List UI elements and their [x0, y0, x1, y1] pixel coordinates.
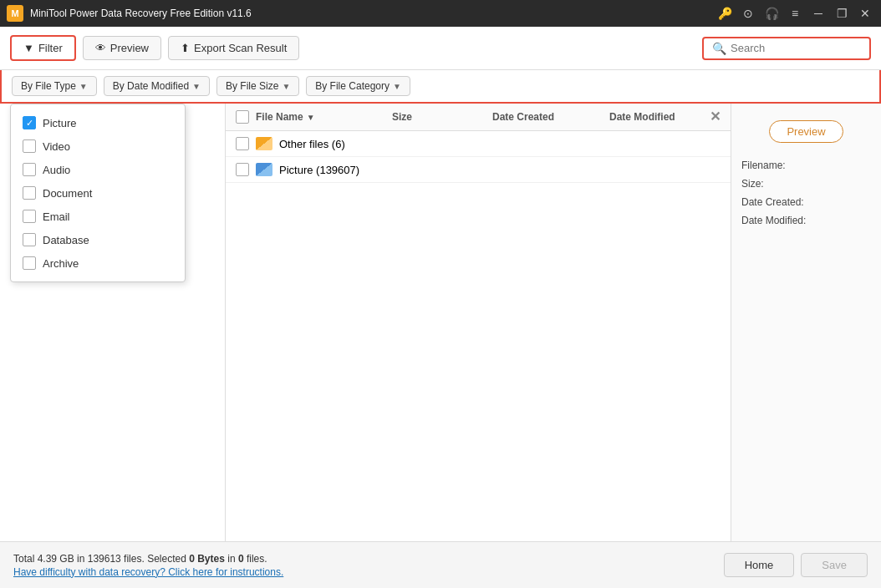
dropdown-item-document[interactable]: Document	[11, 181, 185, 205]
file-type-dropdown-menu: ✓ Picture Video Audio Document Email	[10, 104, 186, 282]
window-controls: 🔑 ⊙ 🎧 ≡ ─ ❐ ✕	[715, 4, 874, 23]
export-icon: ⬆	[181, 42, 190, 54]
by-file-category-label: By File Category	[315, 80, 390, 92]
search-icon: 🔍	[712, 42, 726, 55]
chevron-down-icon-3: ▼	[282, 82, 290, 91]
close-button[interactable]: ✕	[856, 4, 874, 23]
meta-info: Filename: Size: Date Created: Date Modif…	[741, 160, 871, 233]
date-modified-meta-label: Date Modified:	[741, 215, 806, 226]
date-created-column-label: Date Created	[492, 111, 554, 123]
select-all-checkbox[interactable]	[236, 110, 249, 124]
dropdown-item-video[interactable]: Video	[11, 134, 185, 158]
checkbox-other-files[interactable]	[236, 137, 249, 150]
by-date-modified-dropdown[interactable]: By Date Modified ▼	[104, 76, 210, 96]
main-area: ✓ Picture Video Audio Document Email	[0, 104, 881, 541]
filter-icon: ▼	[23, 42, 34, 54]
row-name-picture: Picture (139607)	[256, 163, 403, 176]
home-button[interactable]: Home	[724, 553, 795, 577]
checkbox-video[interactable]	[23, 139, 36, 153]
date-modified-column-label: Date Modified	[609, 111, 675, 123]
filename-column-label: File Name	[256, 111, 303, 123]
headphone-icon[interactable]: 🎧	[762, 4, 781, 23]
circle-icon[interactable]: ⊙	[739, 4, 757, 23]
date-created-meta-label: Date Created:	[741, 196, 804, 208]
search-input[interactable]	[731, 42, 861, 54]
file-panel: File Name ▼ Size Date Created Date Modif…	[226, 104, 731, 541]
by-file-type-label: By File Type	[21, 80, 76, 92]
date-modified-meta: Date Modified:	[741, 215, 871, 226]
dropdown-label-database: Database	[43, 234, 89, 246]
size-meta: Size:	[741, 178, 871, 190]
by-file-category-dropdown[interactable]: By File Category ▼	[306, 76, 410, 96]
header-size: Size	[392, 111, 492, 123]
by-file-size-dropdown[interactable]: By File Size ▼	[216, 76, 299, 96]
save-button[interactable]: Save	[801, 553, 868, 577]
header-date-modified: Date Modified	[609, 111, 710, 123]
checkbox-document[interactable]	[23, 186, 36, 200]
by-file-type-dropdown[interactable]: By File Type ▼	[12, 76, 97, 96]
files-label: files.	[247, 553, 267, 565]
filename-meta-label: Filename:	[741, 160, 786, 171]
app-icon: M	[7, 5, 23, 22]
close-panel-button[interactable]: ✕	[710, 110, 721, 124]
size-column-label: Size	[392, 111, 412, 123]
selected-bytes: 0 Bytes	[189, 553, 225, 565]
other-files-label: Other files (6)	[279, 138, 345, 150]
left-panel: ✓ Picture Video Audio Document Email	[0, 104, 226, 541]
picture-label: Picture (139607)	[279, 164, 359, 176]
size-meta-label: Size:	[741, 178, 764, 190]
row-check-picture[interactable]	[236, 163, 256, 176]
dropdown-item-email[interactable]: Email	[11, 205, 185, 228]
checkbox-archive[interactable]	[23, 256, 36, 270]
row-check-other[interactable]	[236, 137, 256, 150]
by-date-modified-label: By Date Modified	[113, 80, 189, 92]
preview-action-label: Preview	[787, 125, 825, 138]
checkbox-picture-files[interactable]	[236, 163, 249, 176]
filter-bar: By File Type ▼ By Date Modified ▼ By Fil…	[0, 70, 881, 104]
preview-button[interactable]: 👁 Preview	[83, 36, 161, 60]
dropdown-item-audio[interactable]: Audio	[11, 158, 185, 181]
preview-icon: 👁	[95, 42, 106, 54]
dropdown-item-archive[interactable]: Archive	[11, 251, 185, 275]
checkbox-database[interactable]	[23, 233, 36, 246]
restore-button[interactable]: ❐	[833, 4, 851, 23]
key-icon[interactable]: 🔑	[715, 4, 734, 23]
other-files-icon	[256, 137, 272, 150]
dropdown-label-video: Video	[43, 140, 70, 153]
dropdown-label-email: Email	[43, 210, 70, 223]
checkbox-picture[interactable]: ✓	[23, 116, 36, 129]
row-name-other: Other files (6)	[256, 137, 403, 150]
minimize-button[interactable]: ─	[809, 4, 828, 23]
search-box[interactable]: 🔍	[702, 37, 871, 60]
file-table-header: File Name ▼ Size Date Created Date Modif…	[226, 104, 731, 131]
checkbox-email[interactable]	[23, 210, 36, 223]
dropdown-item-database[interactable]: Database	[11, 228, 185, 251]
preview-action-button[interactable]: Preview	[769, 120, 843, 143]
menu-icon[interactable]: ≡	[786, 4, 804, 23]
status-bar: Total 4.39 GB in 139613 files. Selected …	[0, 541, 881, 588]
preview-label: Preview	[110, 42, 149, 54]
total-text: Total 4.39 GB in 139613 files.	[13, 553, 145, 565]
header-date-created: Date Created	[492, 111, 609, 123]
filter-button[interactable]: ▼ Filter	[10, 35, 76, 61]
chevron-down-icon-4: ▼	[393, 82, 401, 91]
export-button[interactable]: ⬆ Export Scan Result	[168, 36, 299, 60]
status-buttons: Home Save	[724, 553, 868, 577]
selected-count: 0	[238, 553, 244, 565]
dropdown-label-audio: Audio	[43, 164, 70, 176]
selected-label: Selected	[147, 553, 189, 565]
table-row[interactable]: Picture (139607)	[226, 157, 731, 183]
sort-icon[interactable]: ▼	[307, 113, 315, 122]
dropdown-item-picture[interactable]: ✓ Picture	[11, 111, 185, 134]
table-row[interactable]: Other files (6)	[226, 131, 731, 157]
title-bar: M MiniTool Power Data Recovery Free Edit…	[0, 0, 881, 27]
chevron-down-icon: ▼	[79, 82, 88, 91]
status-text: Total 4.39 GB in 139613 files. Selected …	[13, 553, 724, 578]
dropdown-label-archive: Archive	[43, 257, 79, 270]
help-link[interactable]: Have difficulty with data recovery? Clic…	[13, 566, 724, 578]
home-label: Home	[745, 559, 774, 571]
app-title: MiniTool Power Data Recovery Free Editio…	[30, 8, 715, 19]
dropdown-label-document: Document	[43, 187, 92, 200]
header-check[interactable]	[236, 110, 256, 124]
checkbox-audio[interactable]	[23, 163, 36, 176]
